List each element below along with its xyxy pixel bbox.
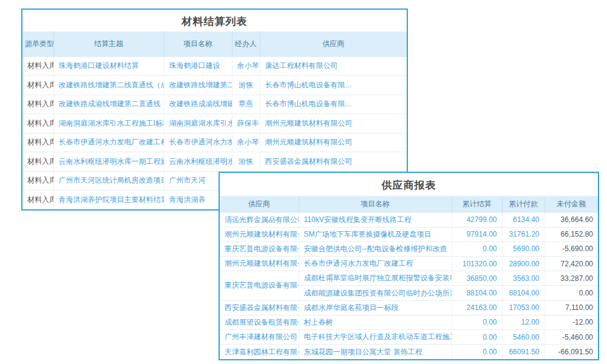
settlement-subject-link[interactable]: 改建铁路成渝线增建第二直通线（...: [53, 95, 164, 114]
project-name-link[interactable]: 安徽合肥供电公司--配电设备检修维护和改造: [299, 241, 452, 256]
total-settled-value[interactable]: 88104.00: [452, 286, 502, 300]
total-paid-value[interactable]: 31761.20: [502, 227, 544, 241]
table-row: 材料入库 湖南洞庭湖水库引水工程施工I标材... 湖南洞庭湖水库引水工程... …: [22, 114, 407, 133]
supplier-table: 供应商 项目名称 累计结算 累计付款 未付金额 清远光辉金属品有限公司 110k…: [220, 196, 598, 359]
total-settled-value[interactable]: 0.00: [452, 345, 502, 359]
supplier-link[interactable]: 清远光辉金属品有限公司: [220, 212, 299, 227]
settlement-header-row: 源单类型 结算主题 项目名称 经办人 供应商: [22, 32, 407, 56]
source-type-cell: 材料入库: [22, 95, 53, 114]
table-row: 重庆艺普电源设备有限公司 安徽合肥供电公司--配电设备检修维护和改造 0.00 …: [220, 241, 598, 256]
total-settled-value[interactable]: 97914.00: [452, 227, 502, 241]
supplier-link[interactable]: 重庆艺普电源设备有限公司: [220, 241, 299, 256]
supplier-link[interactable]: 广州丰泽建材有限公司: [220, 330, 299, 345]
total-settled-value[interactable]: 36850.00: [452, 271, 502, 286]
total-paid-value[interactable]: 17053.00: [502, 300, 544, 315]
total-paid-value[interactable]: 12.00: [502, 315, 544, 329]
unpaid-amount-value: 72,420.00: [544, 257, 598, 271]
supplier-link[interactable]: 潮州元顺建筑材料有限公司: [260, 133, 407, 152]
supplier-header-row: 供应商 项目名称 累计结算 累计付款 未付金额: [220, 196, 598, 212]
unpaid-amount-value: -66,091.50: [544, 345, 598, 359]
supplier-link[interactable]: 成都展望设备租赁有限公司: [220, 315, 299, 329]
project-name-link[interactable]: 湖南洞庭湖水库引水工程...: [164, 114, 232, 133]
supplier-link[interactable]: 康达工程材料有限公司: [260, 56, 407, 76]
table-row: 潮州元顺建筑材料有限公司 SM广场地下车库更换摄像机及硬盘项目 97914.00…: [220, 227, 598, 241]
handler-link[interactable]: 余小琴: [232, 133, 260, 152]
total-paid-value[interactable]: 88104.00: [502, 286, 544, 300]
project-name-link[interactable]: 珠海鹤港口建设: [164, 56, 232, 76]
table-row: 材料入库 云南水利枢纽潜明水库一期工程施... 云南水利枢纽潜明水库一... 游…: [22, 152, 407, 172]
col-header-handler: 经办人: [232, 32, 260, 56]
table-row: 西安盛器金属材料有限公司 成都水岸华庭名苑项目一标段 24163.00 1705…: [220, 300, 598, 315]
settlement-subject-link[interactable]: 云南水利枢纽潜明水库一期工程施...: [53, 152, 164, 172]
source-type-cell: 材料入库: [22, 190, 53, 210]
settlement-subject-link[interactable]: 改建铁路线增建第二线直通线（成...: [53, 76, 164, 95]
settlement-subject-link[interactable]: 湖南洞庭湖水库引水工程施工I标材...: [53, 114, 164, 133]
supplier-panel-title: 供应商报表: [220, 173, 598, 196]
project-name-link[interactable]: 成都水岸华庭名苑项目一标段: [299, 300, 452, 315]
supplier-link[interactable]: 潮州元顺建筑材料有限公司: [220, 227, 299, 241]
settlement-subject-link[interactable]: 青海洪湖养护院项目主要材料结算: [53, 190, 164, 210]
total-paid-value[interactable]: 5690.00: [502, 241, 544, 256]
project-name-link[interactable]: 村上春树: [299, 315, 452, 329]
project-name-link[interactable]: SM广场地下车库更换摄像机及硬盘项目: [299, 227, 452, 241]
project-name-link[interactable]: 110kV安徽线程集变开断线路工程: [299, 212, 452, 227]
table-row: 材料入库 改建铁路线增建第二线直通线（成... 改建铁路线增建第二线直... 游…: [22, 76, 407, 95]
table-row: 材料入库 长春市伊通河水力发电厂改建工程... 长春市伊通河水力发电厂... 余…: [22, 133, 407, 152]
supplier-link[interactable]: 西安盛器金属材料有限公司: [220, 300, 299, 315]
total-settled-value[interactable]: 0.00: [452, 241, 502, 256]
project-name-link[interactable]: 云南水利枢纽潜明水库一...: [164, 152, 232, 172]
supplier-link[interactable]: 天津嘉利园林工程有限公司: [220, 345, 299, 359]
project-name-link[interactable]: 成都能源建设集团投资有限公司临时办公场所装: [299, 286, 452, 300]
settlement-subject-link[interactable]: 长春市伊通河水力发电厂改建工程...: [53, 133, 164, 152]
table-row: 潮州元顺建筑材料有限公司 长春市伊通河水力发电厂改建工程 101320.00 2…: [220, 257, 598, 271]
supplier-report-panel: 供应商报表 供应商 项目名称 累计结算 累计付款 未付金额 清远光辉金属品有限公…: [219, 172, 599, 360]
project-name-link[interactable]: 成都杜甫草堂临时展厅独立展柜报警设备安装项: [299, 271, 452, 286]
project-name-link[interactable]: 长春市伊通河水力发电厂改建工程: [299, 257, 452, 271]
settlement-subject-link[interactable]: 广州市天河区统计局机房改造项目...: [53, 171, 164, 190]
col-header-source-type: 源单类型: [22, 32, 53, 56]
col-header-settlement-subject: 结算主题: [53, 32, 164, 56]
unpaid-amount-value: -5,460.00: [544, 330, 598, 345]
handler-link[interactable]: 游恢: [232, 152, 260, 172]
total-paid-value[interactable]: 5460.00: [502, 330, 544, 345]
total-paid-value[interactable]: 3563.00: [502, 271, 544, 286]
table-row: 材料入库 改建铁路成渝线增建第二直通线（... 改建铁路成渝线增建第二... 章…: [22, 95, 407, 114]
settlement-panel-title: 材料结算列表: [22, 10, 407, 32]
project-name-link[interactable]: 电子科技大学区域人行道及非机动车道工程施工: [299, 330, 452, 345]
col-header-project-name: 项目名称: [164, 32, 232, 56]
project-name-link[interactable]: 改建铁路成渝线增建第二...: [164, 95, 232, 114]
total-paid-value[interactable]: 28900.00: [502, 257, 544, 271]
project-name-link[interactable]: 长春市伊通河水力发电厂...: [164, 133, 232, 152]
unpaid-amount-value: -12.00: [544, 315, 598, 329]
col-header-total-paid: 累计付款: [502, 196, 544, 212]
total-settled-value[interactable]: 24163.00: [452, 300, 502, 315]
project-name-link[interactable]: 东城花园一期项目公寓大堂 装饰工程: [299, 345, 452, 359]
handler-link[interactable]: 薛保丰: [232, 114, 260, 133]
table-row: 重庆艺普电源设备有限公司 成都杜甫草堂临时展厅独立展柜报警设备安装项 36850…: [220, 271, 598, 286]
table-row: 清远光辉金属品有限公司 110kV安徽线程集变开断线路工程 42799.00 6…: [220, 212, 598, 227]
col-header-supplier: 供应商: [220, 196, 299, 212]
total-settled-value[interactable]: 0.00: [452, 330, 502, 345]
supplier-link[interactable]: 长春市博山机电设备有限...: [260, 76, 407, 95]
settlement-subject-link[interactable]: 珠海鹤港口建设材料结算: [53, 56, 164, 76]
total-settled-value[interactable]: 42799.00: [452, 212, 502, 227]
col-header-supplier: 供应商: [260, 32, 407, 56]
supplier-link[interactable]: 西安盛器金属材料有限公司: [260, 152, 407, 172]
supplier-link[interactable]: 重庆艺普电源设备有限公司: [220, 271, 299, 300]
total-paid-value[interactable]: 6134.40: [502, 212, 544, 227]
total-paid-value[interactable]: 66091.50: [502, 345, 544, 359]
handler-link[interactable]: 余小琴: [232, 56, 260, 76]
source-type-cell: 材料入库: [22, 114, 53, 133]
table-row: 广州丰泽建材有限公司 电子科技大学区域人行道及非机动车道工程施工 0.00 54…: [220, 330, 598, 345]
source-type-cell: 材料入库: [22, 171, 53, 190]
total-settled-value[interactable]: 101320.00: [452, 257, 502, 271]
supplier-link[interactable]: 潮州元顺建筑材料有限公司: [260, 114, 407, 133]
handler-link[interactable]: 章燕: [232, 95, 260, 114]
table-row: 天津嘉利园林工程有限公司 东城花园一期项目公寓大堂 装饰工程 0.00 6609…: [220, 345, 598, 359]
supplier-link[interactable]: 长春市博山机电设备有限...: [260, 95, 407, 114]
supplier-link[interactable]: 潮州元顺建筑材料有限公司: [220, 257, 299, 271]
total-settled-value[interactable]: 0.00: [452, 315, 502, 329]
col-header-unpaid-amount: 未付金额: [544, 196, 598, 212]
handler-link[interactable]: 游恢: [232, 76, 260, 95]
project-name-link[interactable]: 改建铁路线增建第二线直...: [164, 76, 232, 95]
